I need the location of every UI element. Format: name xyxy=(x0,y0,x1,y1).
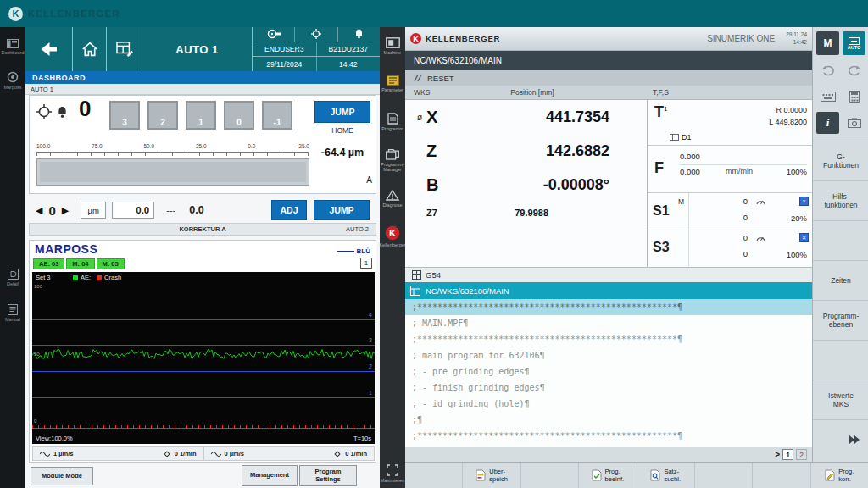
wks-header[interactable]: WKS xyxy=(414,88,430,97)
page-1-button[interactable]: 1 xyxy=(782,449,793,460)
machine-dashboard-panel: AUTO 1 ENDUSER3 B21DU2137 xyxy=(25,27,380,488)
prog-korrektur-softkey[interactable]: Prog. korr. xyxy=(810,463,868,488)
spindle1-disable-checkbox[interactable]: × xyxy=(799,197,809,206)
tfs-panel: T1 R 0.0000 L 449.8200 D1 F 0.000 0.000 … xyxy=(647,100,812,267)
system-clock: 29.11.24 14:42 xyxy=(786,31,807,46)
wcs-grid-icon xyxy=(412,270,421,280)
nav-machine[interactable]: Machine xyxy=(380,27,405,65)
satzsuchlauf-softkey[interactable]: Satz- suchl. xyxy=(637,463,694,488)
feed-actual: 0.000 xyxy=(680,152,700,161)
sidebar-item-marposs[interactable]: Marposs xyxy=(0,64,25,97)
nav-kellenberger[interactable]: K Kellenberger xyxy=(380,218,405,256)
code-line: ;***************************************… xyxy=(405,428,812,444)
machine-icon xyxy=(386,37,400,48)
page-2-button[interactable]: 2 xyxy=(796,449,807,460)
softkey-zeiten[interactable]: Zeiten xyxy=(813,260,868,300)
auto-mode-button[interactable]: AUTO xyxy=(843,31,865,55)
target-cell[interactable] xyxy=(295,27,337,42)
calculator-button[interactable] xyxy=(843,86,865,107)
slot-square-1: 1 xyxy=(186,101,216,130)
code-line: ; MAIN.MPF¶ xyxy=(405,315,812,331)
keyboard-button[interactable] xyxy=(816,86,839,107)
nav-diagnose[interactable]: Diagnose xyxy=(380,180,405,218)
target-icon xyxy=(311,29,321,39)
channel-status: RESET xyxy=(427,74,454,83)
crash-signal-line xyxy=(32,425,375,429)
screenshot-button[interactable] xyxy=(843,112,865,134)
nav-parameter[interactable]: Parameter xyxy=(380,65,405,103)
adj-button[interactable]: ADJ xyxy=(271,200,307,220)
program-pager: > 1 2 xyxy=(405,447,812,462)
freq-value: 0 1/min xyxy=(175,450,197,458)
home-button[interactable] xyxy=(73,27,107,71)
crosshair-icon xyxy=(36,104,52,119)
brand-name: KELLENBERGER xyxy=(28,8,120,19)
detail-icon xyxy=(8,269,19,280)
axis-row-z7: Z7 79.9988 xyxy=(405,202,647,224)
spindle1-actual: 0 xyxy=(698,197,748,206)
system-name: SINUMERIK ONE xyxy=(707,34,775,43)
nav-programm[interactable]: Programm xyxy=(380,103,405,141)
sidebar-item-manual[interactable]: Manual xyxy=(0,297,25,329)
wave-icon xyxy=(211,450,221,458)
tool-edge: D1 xyxy=(682,133,692,141)
module-mode-button[interactable]: Module Mode xyxy=(31,467,93,485)
offset-input[interactable]: 0.0 xyxy=(112,202,154,219)
tool-edge-row: D1 xyxy=(670,133,692,141)
back-button[interactable] xyxy=(25,27,73,71)
bottom-softkey-empty-2[interactable] xyxy=(520,463,578,488)
management-button[interactable]: Management xyxy=(242,465,298,486)
info-button[interactable]: i xyxy=(816,112,839,134)
increment-arrow[interactable]: ▶ xyxy=(62,205,69,216)
bell-cell[interactable] xyxy=(338,27,380,42)
back-arrow-icon xyxy=(37,39,61,59)
softkey-empty-1[interactable] xyxy=(813,220,868,260)
softkey-istwerte-mks[interactable]: Istwerte MKS xyxy=(813,380,868,419)
alarm-bell-icon xyxy=(57,106,68,119)
program-edit-button[interactable] xyxy=(107,27,142,71)
product-name: BLÙ xyxy=(357,247,370,255)
ae-signal-plot xyxy=(32,272,375,444)
nav-programm-manager[interactable]: Programm- Manager xyxy=(380,141,405,180)
redo-button[interactable] xyxy=(843,61,865,81)
machine-area-button[interactable]: M xyxy=(816,31,839,55)
sidebar-item-dashboard[interactable]: Dashboard xyxy=(0,30,25,63)
jump-button[interactable]: JUMP xyxy=(314,200,370,220)
unit-toggle[interactable]: µm xyxy=(81,202,106,219)
bottom-softkey-empty-4[interactable] xyxy=(752,463,810,488)
softkey-g-funktionen[interactable]: G- Funktionen xyxy=(813,141,868,180)
maximize-button[interactable]: Maximieren xyxy=(380,464,405,483)
active-gcode: G54 xyxy=(426,270,441,280)
channel-status-bar: RESET xyxy=(405,70,812,86)
calculator-icon xyxy=(849,91,860,103)
bottom-softkey-empty-1[interactable] xyxy=(405,463,462,488)
wheel-tool-cell[interactable] xyxy=(253,27,295,42)
spindle-load-dial-icon xyxy=(756,198,765,205)
slot-square-minus1: -1 xyxy=(262,101,292,130)
product-rule xyxy=(337,251,354,252)
sidebar-item-detail[interactable]: Detail xyxy=(0,261,25,293)
ueberspeichern-softkey[interactable]: Über- speich xyxy=(462,463,520,488)
decrement-arrow[interactable]: ◀ xyxy=(36,205,42,216)
pager-arrow[interactable]: > xyxy=(775,450,780,459)
reset-status-icon xyxy=(412,74,422,82)
mode-title-zone: AUTO 1 xyxy=(142,27,253,71)
bottom-softkey-empty-3[interactable] xyxy=(694,463,752,488)
scale-tick-labels: 100.0 75.0 50.0 25.0 0.0 -25.0 xyxy=(36,143,309,149)
program-settings-button[interactable]: Program Settings xyxy=(299,465,357,486)
jump-home-button[interactable]: JUMP xyxy=(314,101,370,123)
softkey-hilfsfunktionen[interactable]: Hilfs- funktionen xyxy=(813,180,868,220)
prog-beeinflussung-softkey[interactable]: Prog. beeinf. xyxy=(578,463,636,488)
program-editor[interactable]: ;***************************************… xyxy=(405,299,812,447)
softkey-programmebenen[interactable]: Programm- ebenen xyxy=(813,300,868,340)
softkey-empty-2[interactable] xyxy=(813,340,868,380)
machine-id: B21DU2137 xyxy=(317,42,381,57)
screen: K KELLENBERGER Dashboard Marposs Detail … xyxy=(0,0,868,488)
marposs-icon xyxy=(7,71,19,83)
marposs-page-indicator[interactable]: 1 xyxy=(360,258,372,269)
softkey-forward-button[interactable] xyxy=(848,433,861,448)
system-date: 29.11.24 xyxy=(786,31,807,38)
undo-button[interactable] xyxy=(816,61,839,81)
keyboard-icon xyxy=(821,92,836,102)
spindle3-disable-checkbox[interactable]: × xyxy=(799,233,809,242)
